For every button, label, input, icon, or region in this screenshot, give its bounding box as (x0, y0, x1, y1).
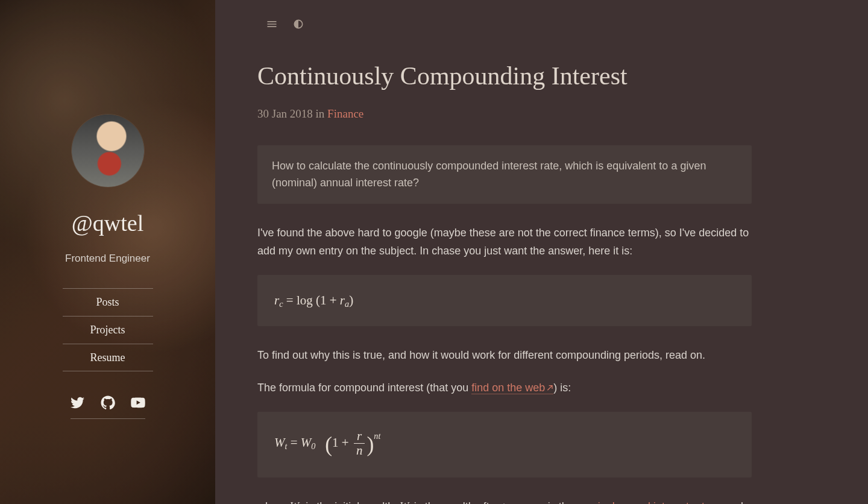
p4-f: , and (719, 500, 746, 504)
p3-link-text: find on the web (471, 382, 545, 394)
github-icon[interactable] (101, 395, 115, 410)
twitter-icon[interactable] (71, 395, 85, 410)
paragraph-where: where W0 is the initial wealth, Wt is th… (257, 498, 752, 504)
post-title: Continuously Compounding Interest (257, 56, 826, 96)
profile-handle[interactable]: @qwtel (72, 205, 143, 242)
f2-exponent: nt (374, 431, 380, 441)
profile-tagline: Frontend Engineer (65, 250, 150, 266)
f1-log: log (297, 293, 313, 307)
p4-n: n (746, 500, 752, 504)
p4-link-text: nominal annual interest rate (577, 500, 711, 504)
f1-lhs-var: r (274, 293, 279, 307)
f1-lhs-sub: c (279, 298, 283, 308)
p3-a: The formula for compound interest (that … (257, 382, 471, 394)
p4-c: is the wealth after (411, 500, 502, 504)
hamburger-icon (266, 18, 278, 32)
post-meta: 30 Jan 2018 in Finance (257, 105, 826, 123)
p4-Wt: W (400, 500, 409, 504)
f2-rparen: ) (366, 432, 374, 456)
p4-d: years, (505, 500, 541, 504)
nav-posts[interactable]: Posts (63, 289, 153, 316)
f2-frac-den: n (354, 444, 365, 458)
f1-close: ) (349, 293, 353, 307)
f2-lparen: ( (325, 432, 332, 456)
f2-one-plus: 1 + (332, 435, 352, 450)
formula-rc-equals-log: rc = log (1 + ra) (257, 275, 752, 327)
nav-projects[interactable]: Projects (63, 317, 153, 344)
f2-W-left: W (274, 435, 285, 450)
menu-button[interactable] (266, 18, 278, 32)
link-nominal-rate[interactable]: nominal annual interest rate (577, 500, 719, 504)
avatar[interactable] (72, 115, 144, 187)
social-links (71, 395, 145, 419)
p4-r: r (541, 500, 545, 504)
topbar (266, 18, 826, 32)
youtube-icon[interactable] (131, 395, 145, 410)
p4-W0: W (290, 500, 299, 504)
main-content: Continuously Compounding Interest 30 Jan… (215, 0, 868, 504)
paragraph-readon: To find out why this is true, and how it… (257, 347, 752, 365)
contrast-icon (292, 18, 304, 32)
f1-rhs-var: r (340, 293, 345, 307)
formula-compound-interest: Wt = W0 (1 + rn)nt (257, 412, 752, 477)
f1-open: (1 + (316, 293, 340, 307)
post-category-link[interactable]: Finance (327, 107, 363, 120)
post-date: 30 Jan 2018 (257, 107, 313, 120)
link-find-on-web[interactable]: find on the web (471, 382, 553, 394)
external-link-icon (712, 498, 719, 504)
f2-sub-0: 0 (311, 441, 315, 450)
nav-resume[interactable]: Resume (63, 344, 153, 371)
paragraph-compound-formula-intro: The formula for compound interest (that … (257, 379, 752, 397)
sidebar-nav: Posts Projects Resume (63, 288, 153, 371)
theme-toggle-button[interactable] (292, 18, 304, 32)
f2-sub-t: t (285, 441, 288, 450)
p3-b: ) is: (553, 382, 571, 394)
p4-b: is the initial wealth, (303, 500, 400, 504)
f2-eq: = (291, 435, 301, 450)
leading-callout: How to calculate the continuously compou… (257, 145, 752, 204)
meta-in: in (313, 107, 327, 120)
p4-a: where (257, 500, 290, 504)
external-link-icon (547, 379, 553, 386)
f2-W-right: W (301, 435, 312, 450)
p4-e: is the (545, 500, 577, 504)
sidebar: @qwtel Frontend Engineer Posts Projects … (0, 0, 215, 504)
f1-eq: = (286, 293, 297, 307)
paragraph-intro: I've found the above hard to google (may… (257, 224, 752, 260)
f2-frac-num: r (354, 429, 365, 444)
f2-fraction: rn (352, 429, 367, 458)
